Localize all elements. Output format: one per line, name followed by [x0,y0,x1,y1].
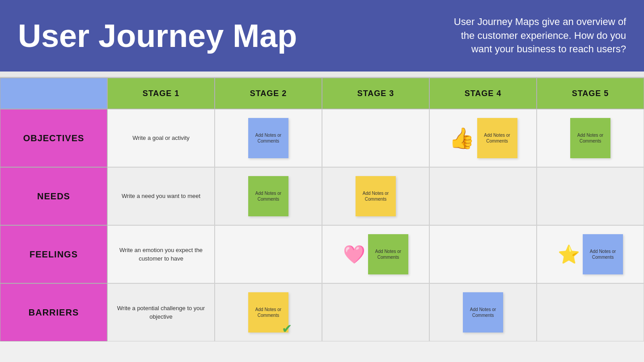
checkmark-icon: ✔ [282,321,292,336]
needs-stage2[interactable]: Add Notes or Comments [215,167,322,225]
objectives-stage1-text: Write a goal or activity [132,134,190,143]
barriers-label: BARRIERS [0,283,107,341]
needs-stage5 [537,167,644,225]
objectives-stage2[interactable]: Add Notes or Comments [215,109,322,167]
feelings-stage3[interactable]: 🩷 Add Notes or Comments [322,225,429,283]
feelings-stage1[interactable]: Write an emotion you expect the customer… [107,225,215,283]
barriers-stage2[interactable]: Add Notes or Comments ✔ [215,283,322,341]
needs-stage3[interactable]: Add Notes or Comments [322,167,429,225]
feelings-stage5[interactable]: ⭐ Add Notes or Comments [537,225,644,283]
star-icon: ⭐ [558,244,580,265]
page-header: User Journey Map User Journey Maps give … [0,0,644,72]
feelings-stage1-text: Write an emotion you expect the customer… [111,246,211,263]
objectives-stage1[interactable]: Write a goal or activity [107,109,215,167]
sticky-with-check[interactable]: Add Notes or Comments ✔ [248,292,288,333]
objectives-stage4[interactable]: 👍 Add Notes or Comments [429,109,537,167]
feelings-stage4 [429,225,537,283]
objectives-stage3 [322,109,429,167]
sticky-note[interactable]: Add Notes or Comments [356,176,396,216]
stage-2-header: STAGE 2 [215,78,322,109]
stage-5-header: STAGE 5 [537,78,644,109]
sticky-note[interactable]: Add Notes or Comments [477,118,517,158]
sticky-note[interactable]: Add Notes or Comments [570,118,610,158]
stage-1-header: STAGE 1 [107,78,215,109]
barriers-stage1[interactable]: Write a potential challenge to your obje… [107,283,215,341]
barriers-stage4[interactable]: Add Notes or Comments [429,283,537,341]
stage-4-header: STAGE 4 [429,78,537,109]
barriers-stage1-text: Write a potential challenge to your obje… [111,304,211,321]
needs-stage1[interactable]: Write a need you want to meet [107,167,215,225]
page-title: User Journey Map [18,20,297,52]
sticky-note[interactable]: Add Notes or Comments [248,176,288,216]
feelings-label: FEELINGS [0,225,107,283]
sticky-note[interactable]: Add Notes or Comments [463,292,503,333]
sticky-note[interactable]: Add Notes or Comments [248,118,288,158]
journey-map-grid: STAGE 1 STAGE 2 STAGE 3 STAGE 4 STAGE 5 … [0,77,644,341]
needs-stage1-text: Write a need you want to meet [122,192,200,201]
needs-stage4 [429,167,537,225]
barriers-stage5 [537,283,644,341]
header-description: User Journey Maps give an overview of th… [438,15,626,56]
barriers-stage3 [322,283,429,341]
stage-3-header: STAGE 3 [322,78,429,109]
feelings-stage2 [215,225,322,283]
header-divider [0,72,644,77]
needs-label: NEEDS [0,167,107,225]
objectives-label: OBJECTIVES [0,109,107,167]
heart-icon: 🩷 [343,244,365,265]
sticky-note[interactable]: Add Notes or Comments [368,234,408,274]
thumbs-up-icon: 👍 [449,126,475,150]
corner-cell [0,78,107,109]
sticky-note[interactable]: Add Notes or Comments [583,234,623,274]
objectives-stage5[interactable]: Add Notes or Comments [537,109,644,167]
